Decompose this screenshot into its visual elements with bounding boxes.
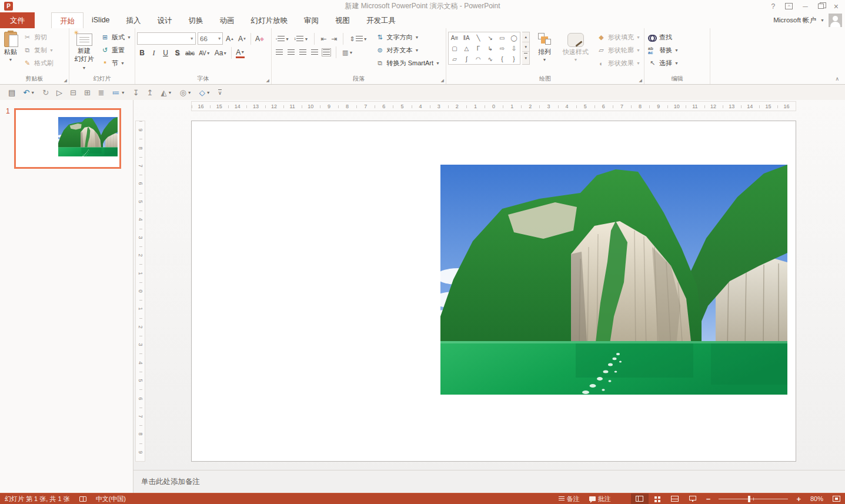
slide-thumbnail[interactable] (14, 108, 121, 169)
drawing-dialog-launcher-icon[interactable]: ◢ (639, 78, 642, 82)
shape-fill-button[interactable]: ◆形状填充▼ (595, 31, 642, 44)
rounded-rectangle-shape[interactable]: ▢ (449, 43, 460, 54)
font-name-combo[interactable]: ▼ (137, 32, 196, 45)
underline-button[interactable]: U (161, 47, 171, 59)
replace-button[interactable]: abac替换▼ (646, 44, 680, 56)
start-slideshow-icon[interactable]: ▷ (53, 86, 66, 99)
columns-button[interactable]: ▥▼ (342, 49, 353, 56)
gallery-scroll-up-icon[interactable]: ▲ (522, 32, 529, 42)
zoom-out-button[interactable]: − (702, 493, 716, 504)
distribute-icon[interactable]: ≣ (95, 86, 108, 99)
convert-smartart-button[interactable]: ⧉转换为 SmartArt▼ (374, 57, 442, 69)
normal-view-button[interactable] (631, 493, 649, 504)
copy-button[interactable]: ⧉复制▼ (21, 44, 55, 56)
paragraph-dialog-launcher-icon[interactable]: ◢ (441, 78, 444, 82)
tab-动画[interactable]: 动画 (212, 12, 243, 28)
change-case-button[interactable]: Aa▼ (213, 47, 229, 59)
freeform-shape[interactable]: ▱ (449, 54, 460, 64)
bullets-button[interactable]: •▼ (276, 36, 289, 42)
gallery-more-icon[interactable]: ▼ (524, 53, 527, 63)
scribble-shape[interactable]: ʃ (460, 54, 472, 64)
align-center-button[interactable] (288, 49, 295, 55)
fit-to-window-button[interactable] (828, 493, 845, 504)
merge-shapes-icon[interactable]: ◎▼ (176, 86, 195, 99)
tab-file[interactable]: 文件 (0, 12, 35, 28)
paste-button[interactable]: 粘贴 ▼ (2, 31, 19, 75)
numbering-button[interactable]: 1▼ (294, 36, 308, 42)
qat-overflow-icon[interactable]: ∨ (215, 86, 226, 99)
align-text-button[interactable]: ⊜对齐文本▼ (374, 44, 442, 56)
align-center-icon[interactable]: ⊟ (66, 86, 80, 99)
zoom-level[interactable]: 80% (806, 493, 828, 504)
elbow-connector-shape[interactable]: Γ (472, 43, 484, 54)
align-left-button[interactable] (276, 49, 283, 55)
slide-sorter-view-button[interactable] (649, 493, 666, 504)
character-spacing-button[interactable]: AV▼ (198, 47, 212, 59)
section-button[interactable]: *节▼ (99, 57, 133, 69)
grow-font-button[interactable]: A▲ (225, 33, 235, 45)
distribute-vertical-icon[interactable]: ↧ (129, 86, 143, 99)
right-brace-shape[interactable]: } (508, 54, 520, 64)
collapse-ribbon-icon[interactable]: ∧ (835, 76, 839, 82)
font-color-button[interactable]: A▼ (235, 47, 246, 59)
curve-shape[interactable]: ∿ (485, 54, 496, 64)
restore-icon[interactable] (818, 4, 824, 9)
notes-pane[interactable]: 单击此处添加备注 (133, 470, 845, 493)
tab-开发工具[interactable]: 开发工具 (358, 12, 404, 28)
undo-icon[interactable]: ↶▼ (19, 86, 38, 99)
clear-formatting-button[interactable]: A◆ (254, 33, 265, 45)
tab-设计[interactable]: 设计 (149, 12, 181, 28)
chevron-down-icon[interactable]: ▼ (217, 33, 222, 44)
ribbon-display-options-icon[interactable]: ^ (785, 3, 793, 9)
elbow-arrow-connector-shape[interactable]: ↳ (485, 43, 496, 54)
shrink-font-button[interactable]: A▼ (237, 33, 248, 45)
line-spacing-button[interactable]: ⇕▼ (349, 35, 367, 43)
vertical-ruler[interactable]: 9876543210123456789 (135, 121, 145, 462)
strikethrough-button[interactable]: abc (184, 47, 196, 59)
tab-审阅[interactable]: 审阅 (296, 12, 327, 28)
change-shape-icon[interactable]: ◇▼ (196, 86, 214, 99)
arrange-button[interactable]: 排列 ▼ (532, 31, 557, 75)
align-middle-icon[interactable]: ⊞ (81, 86, 94, 99)
arc-shape[interactable]: ◠ (472, 54, 484, 64)
slideshow-view-button[interactable] (684, 493, 702, 504)
close-icon[interactable]: × (834, 2, 839, 11)
redo-icon[interactable]: ↻ (39, 86, 52, 99)
distribute-button[interactable] (323, 49, 330, 55)
help-icon[interactable]: ? (771, 2, 776, 11)
zoom-in-button[interactable]: + (791, 493, 806, 504)
avatar[interactable] (829, 14, 842, 27)
tab-切换[interactable]: 切换 (181, 12, 212, 28)
account-area[interactable]: Microsoft 帐户 ▼ (773, 14, 842, 27)
tab-开始[interactable]: 开始 (51, 12, 84, 28)
decrease-indent-button[interactable]: ⇤ (320, 35, 326, 43)
align-right-button[interactable] (299, 49, 306, 55)
arrow-shape[interactable]: ↘ (485, 32, 496, 43)
font-size-input[interactable] (198, 35, 217, 42)
chevron-down-icon[interactable]: ▼ (189, 33, 195, 44)
reading-view-button[interactable] (666, 493, 684, 504)
clipboard-dialog-launcher-icon[interactable]: ◢ (64, 78, 67, 82)
zoom-slider-handle[interactable] (748, 496, 750, 502)
save-icon[interactable]: ▤ (5, 86, 19, 99)
notes-toggle-button[interactable]: 备注 (554, 493, 585, 504)
justify-button[interactable] (311, 49, 318, 55)
spell-check-button[interactable] (75, 493, 91, 504)
font-name-input[interactable] (138, 35, 189, 42)
vertical-text-box-shape[interactable]: ‖A (460, 32, 472, 43)
font-size-combo[interactable]: ▼ (198, 32, 223, 45)
new-slide-button[interactable]: 新建幻灯片 ▼ (71, 31, 97, 75)
comments-toggle-button[interactable]: 批注 (585, 493, 616, 504)
quick-styles-button[interactable]: 快速样式 ▼ (559, 31, 592, 75)
oval-shape[interactable]: ◯ (508, 32, 520, 43)
bold-button[interactable]: B (137, 47, 147, 59)
font-dialog-launcher-icon[interactable]: ◢ (266, 78, 269, 82)
slide-counter[interactable]: 幻灯片 第 1 张, 共 1 张 (0, 493, 75, 504)
italic-button[interactable]: I (149, 47, 159, 59)
right-arrow-shape[interactable]: ⇨ (496, 43, 508, 54)
tab-iSlide[interactable]: iSlide (84, 12, 118, 28)
cut-button[interactable]: ✂剪切 (21, 31, 55, 44)
tab-视图[interactable]: 视图 (327, 12, 358, 28)
shape-outline-button[interactable]: ▱形状轮廓▼ (595, 44, 642, 56)
line-shape[interactable]: ╲ (472, 32, 484, 43)
